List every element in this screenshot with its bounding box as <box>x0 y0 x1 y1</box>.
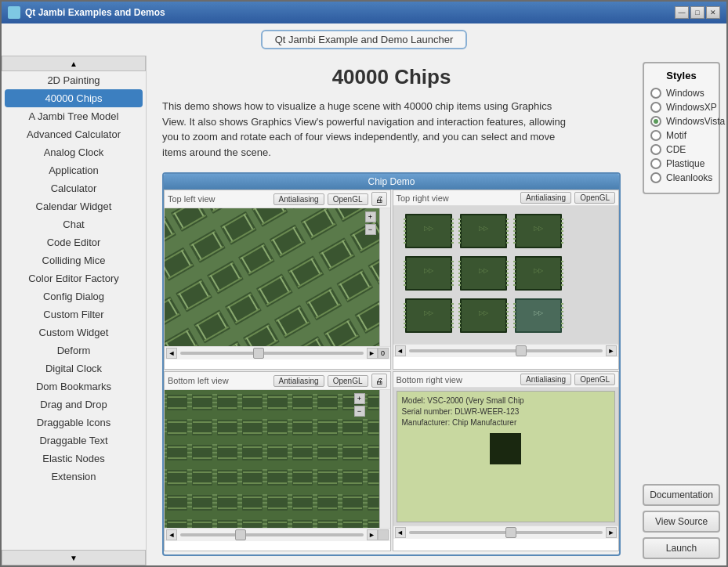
app-icon <box>8 6 20 19</box>
opengl-btn-br[interactable]: OpenGL <box>574 374 615 385</box>
sidebar-item-drag-drop[interactable]: Drag and Drop <box>2 395 146 414</box>
scroll-left-btn-tl[interactable]: ◄ <box>166 348 177 359</box>
scroll-right-btn-bl[interactable]: ► <box>367 529 378 540</box>
sidebar-item-colliding-mice[interactable]: Colliding Mice <box>2 251 146 269</box>
style-option-windowsxp[interactable]: WindowsXP <box>650 102 712 113</box>
documentation-button[interactable]: Documentation <box>643 484 720 506</box>
main-window: Qt Jambi Examples and Demos — □ ✕ Qt Jam… <box>0 0 728 567</box>
chip-view-label-bl: Bottom left view <box>168 376 270 385</box>
scroll-up-button[interactable]: ▲ <box>2 56 146 71</box>
chip-view-footer-tl: ◄ ► 0 <box>165 346 390 359</box>
radio-windowsxp[interactable] <box>650 102 661 113</box>
sidebar-item-config-dialog[interactable]: Config Dialog <box>2 287 146 305</box>
chip-tr-3: ▷▷ <box>515 214 562 248</box>
styles-title: Styles <box>650 70 712 81</box>
opengl-btn-bl[interactable]: OpenGL <box>328 375 368 387</box>
style-label-windows: Windows <box>666 88 704 99</box>
style-option-plastique[interactable]: Plastique <box>650 158 712 169</box>
scroll-down-button[interactable]: ▼ <box>2 550 146 565</box>
style-option-cde[interactable]: CDE <box>650 144 712 155</box>
chip-view-footer-bl: ◄ ► <box>165 528 390 541</box>
antialiasing-btn-br[interactable]: Antialiasing <box>520 374 571 385</box>
chip-barcode <box>490 433 521 464</box>
close-button[interactable]: ✕ <box>706 6 720 19</box>
opengl-btn-tr[interactable]: OpenGL <box>574 192 615 204</box>
scroll-right-btn-tl[interactable]: ► <box>367 348 378 359</box>
sidebar-item-analog-clock[interactable]: Analog Clock <box>2 143 146 161</box>
antialiasing-btn-bl[interactable]: Antialiasing <box>273 375 324 387</box>
sidebar-item-digital-clock[interactable]: Digital Clock <box>2 359 146 377</box>
sidebar-item-color-editor[interactable]: Color Editor Factory <box>2 269 146 287</box>
style-option-cleanlooks[interactable]: Cleanlooks <box>650 172 712 183</box>
styles-box: Styles Windows WindowsXP WindowsVista <box>643 62 720 194</box>
sidebar-item-calculator[interactable]: Calculator <box>2 179 146 197</box>
chip-serial-info: Serial number: DLWR-WEER-123 <box>402 407 610 416</box>
style-option-motif[interactable]: Motif <box>650 130 712 141</box>
print-btn-bl[interactable]: 🖨 <box>371 374 387 388</box>
launch-button[interactable]: Launch <box>643 537 720 559</box>
right-buttons: Documentation View Source Launch <box>643 484 720 559</box>
radio-plastique[interactable] <box>650 158 661 169</box>
sidebar-item-2d-painting[interactable]: 2D Painting <box>2 71 146 89</box>
scroll-right-btn-tr[interactable]: ► <box>606 345 617 356</box>
sidebar-item-elastic-nodes[interactable]: Elastic Nodes <box>2 450 146 468</box>
chip-view-bottom-left: Bottom left view Antialiasing OpenGL 🖨 <box>164 371 391 551</box>
style-option-windowsvista[interactable]: WindowsVista <box>650 116 712 127</box>
scroll-right-btn-br[interactable]: ► <box>606 527 617 538</box>
radio-cde[interactable] <box>650 144 661 155</box>
sidebar-item-calendar[interactable]: Calendar Widget <box>2 197 146 215</box>
chip-tr-8: ▷▷ <box>460 298 507 333</box>
sidebar-item-draggable-text[interactable]: Draggable Text <box>2 432 146 450</box>
sidebar-item-code-editor[interactable]: Code Editor <box>2 233 146 251</box>
zoom-in-btn-tl[interactable]: + <box>365 211 376 222</box>
minimize-button[interactable]: — <box>675 6 689 19</box>
scrollbar-v-tl[interactable] <box>379 208 390 346</box>
radio-windowsvista[interactable] <box>650 116 661 127</box>
maximize-button[interactable]: □ <box>690 6 704 19</box>
style-option-windows[interactable]: Windows <box>650 88 712 99</box>
sidebar-item-extension[interactable]: Extension <box>2 468 146 486</box>
zoom-in-btn-bl[interactable]: + <box>354 393 365 404</box>
chip-demo-grid: Top left view Antialiasing OpenGL 🖨 <box>164 190 619 551</box>
antialiasing-btn-tl[interactable]: Antialiasing <box>273 193 324 205</box>
sidebar-item-custom-widget[interactable]: Custom Widget <box>2 323 146 341</box>
chip-tr-1: ▷▷ <box>405 214 452 248</box>
scroll-left-btn-br[interactable]: ◄ <box>395 527 406 538</box>
sidebar-item-jambi-tree[interactable]: A Jambi Tree Model <box>2 107 146 125</box>
sidebar-item-40000-chips[interactable]: 40000 Chips <box>5 89 143 107</box>
chip-tr-6: ▷▷ <box>515 256 562 291</box>
chip-demo-container: Chip Demo Top left view Antialiasing Ope… <box>162 172 621 556</box>
chip-view-footer-br: ◄ ► <box>393 525 619 539</box>
hslider-bl[interactable] <box>180 533 364 536</box>
scroll-left-btn-tr[interactable]: ◄ <box>395 345 406 356</box>
zoom-out-btn-bl[interactable]: − <box>354 406 365 417</box>
sidebar-item-dom-bookmarks[interactable]: Dom Bookmarks <box>2 377 146 395</box>
sidebar-item-deform[interactable]: Deform <box>2 341 146 359</box>
radio-motif[interactable] <box>650 130 661 141</box>
style-label-cde: CDE <box>666 144 686 155</box>
hslider-tr[interactable] <box>409 349 603 352</box>
zoom-out-btn-tl[interactable]: − <box>365 224 376 235</box>
chip-view-label-tr: Top right view <box>397 193 518 203</box>
view-source-button[interactable]: View Source <box>643 511 720 533</box>
radio-cleanlooks[interactable] <box>650 172 661 183</box>
radio-windows[interactable] <box>650 88 661 99</box>
hslider-tl[interactable] <box>180 352 364 355</box>
app-header: Qt Jambi Example and Demo Launcher <box>2 23 726 56</box>
sidebar-item-advanced-calc[interactable]: Advanced Calculator <box>2 125 146 143</box>
sidebar-item-application[interactable]: Application <box>2 161 146 179</box>
sidebar-item-draggable-icons[interactable]: Draggable Icons <box>2 414 146 432</box>
chip-canvas-tl[interactable] <box>165 208 390 346</box>
print-btn-tl[interactable]: 🖨 <box>371 192 387 206</box>
sidebar-item-custom-filter[interactable]: Custom Filter <box>2 305 146 323</box>
chip-view-label-tl: Top left view <box>168 194 270 204</box>
sidebar-item-chat[interactable]: Chat <box>2 215 146 233</box>
scroll-left-btn-bl[interactable]: ◄ <box>166 529 177 540</box>
hslider-br[interactable] <box>409 531 603 534</box>
scrollbar-v-bl[interactable] <box>379 390 390 528</box>
antialiasing-btn-tr[interactable]: Antialiasing <box>520 192 571 204</box>
chip-canvas-bl[interactable] <box>165 390 379 528</box>
opengl-btn-tl[interactable]: OpenGL <box>328 193 368 205</box>
chip-tr-4: ▷▷ <box>405 256 452 291</box>
chip-view-header-tr: Top right view Antialiasing OpenGL <box>393 190 619 206</box>
